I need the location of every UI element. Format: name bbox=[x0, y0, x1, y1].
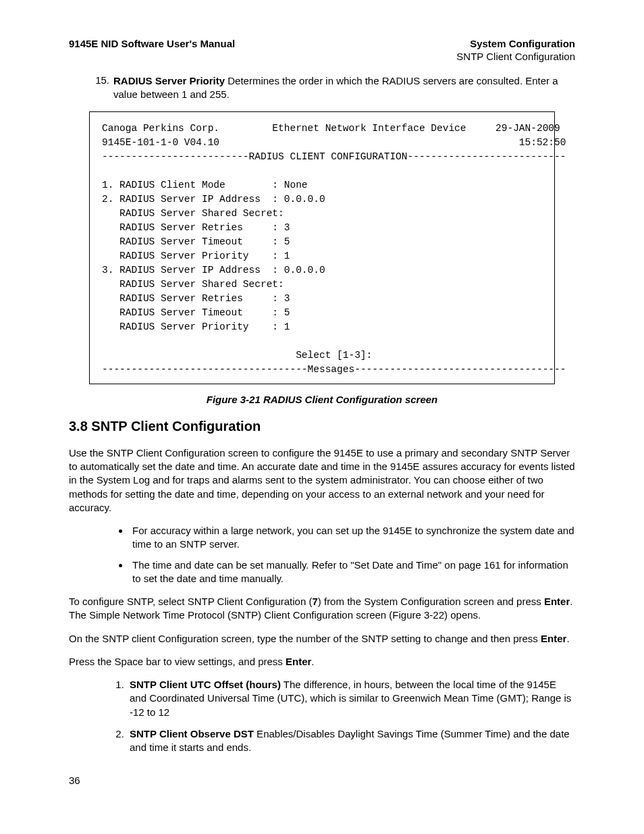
term-divider-msg: -----------------------------------Messa… bbox=[102, 364, 566, 375]
term-r6: RADIUS Server Priority : 1 bbox=[102, 251, 290, 261]
term-r8: RADIUS Server Shared Secret: bbox=[102, 279, 284, 290]
header-title-left: 9145E NID Software User's Manual bbox=[69, 38, 235, 49]
paragraph-4: Press the Space bar to view settings, an… bbox=[69, 655, 575, 669]
numbered-item-1: SNTP Client UTC Offset (hours) The diffe… bbox=[127, 678, 575, 719]
term-line2: 9145E-101-1-0 V04.10 15:52:50 bbox=[102, 137, 566, 148]
term-r4: RADIUS Server Retries : 3 bbox=[102, 222, 290, 233]
term-select: Select [1-3]: bbox=[102, 350, 372, 361]
bullet-2: The time and date can be set manually. R… bbox=[130, 558, 575, 586]
term-r7: 3. RADIUS Server IP Address : 0.0.0.0 bbox=[102, 265, 325, 276]
list-item-text: RADIUS Server Priority Determines the or… bbox=[113, 74, 575, 102]
term-r9: RADIUS Server Retries : 3 bbox=[102, 293, 290, 304]
figure-caption: Figure 3-21 RADIUS Client Configuration … bbox=[69, 394, 575, 405]
page-header: 9145E NID Software User's Manual System … bbox=[69, 38, 575, 49]
term-r3: RADIUS Server Shared Secret: bbox=[102, 208, 284, 219]
list-item-number: 15. bbox=[69, 74, 113, 102]
bullet-list: For accuracy within a large network, you… bbox=[69, 524, 575, 585]
terminal-screen: Canoga Perkins Corp. Ethernet Network In… bbox=[89, 111, 555, 384]
paragraph-3: On the SNTP client Configuration screen,… bbox=[69, 632, 575, 646]
list-item-15: 15. RADIUS Server Priority Determines th… bbox=[69, 74, 575, 102]
numbered-item-2: SNTP Client Observe DST Enables/Disables… bbox=[127, 727, 575, 755]
term-r11: RADIUS Server Priority : 1 bbox=[102, 321, 290, 332]
term-divider-top: -------------------------RADIUS CLIENT C… bbox=[102, 151, 566, 162]
numbered-list: SNTP Client UTC Offset (hours) The diffe… bbox=[69, 678, 575, 754]
page-container: 9145E NID Software User's Manual System … bbox=[0, 0, 644, 806]
term-r10: RADIUS Server Timeout : 5 bbox=[102, 307, 290, 318]
header-subtitle: SNTP Client Configuration bbox=[69, 51, 575, 62]
list-item-bold: RADIUS Server Priority bbox=[113, 75, 225, 86]
paragraph-1: Use the SNTP Client Configuration screen… bbox=[69, 446, 575, 515]
page-number: 36 bbox=[69, 775, 575, 786]
section-heading: 3.8 SNTP Client Configuration bbox=[69, 419, 575, 434]
term-r2: 2. RADIUS Server IP Address : 0.0.0.0 bbox=[102, 194, 325, 205]
paragraph-2: To configure SNTP, select SNTP Client Co… bbox=[69, 595, 575, 623]
header-title-right: System Configuration bbox=[470, 38, 575, 49]
term-r5: RADIUS Server Timeout : 5 bbox=[102, 236, 290, 247]
term-line1: Canoga Perkins Corp. Ethernet Network In… bbox=[102, 123, 560, 134]
term-r1: 1. RADIUS Client Mode : None bbox=[102, 180, 308, 190]
bullet-1: For accuracy within a large network, you… bbox=[130, 524, 575, 552]
